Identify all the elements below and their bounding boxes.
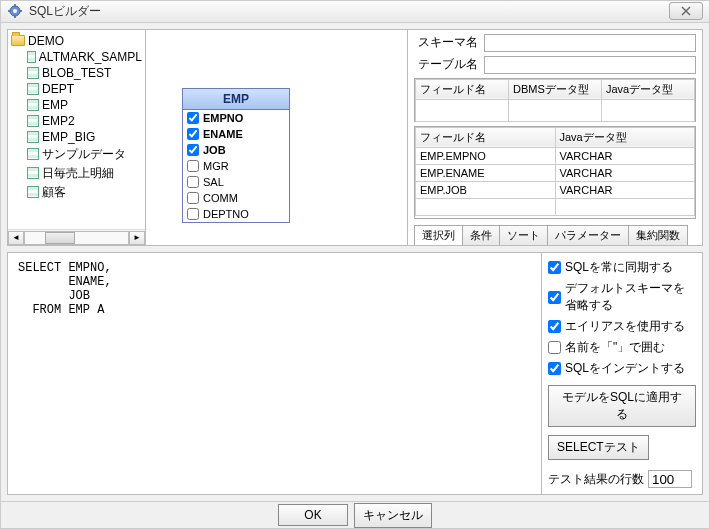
table-icon	[27, 51, 36, 63]
scroll-right-button[interactable]: ►	[129, 231, 145, 245]
properties-pane: スキーマ名 テーブル名 フィールド名 DBMSデータ型 Javaデータ型	[408, 30, 702, 245]
tab-conditions[interactable]: 条件	[462, 225, 500, 245]
tree-item[interactable]: EMP_BIG	[11, 129, 142, 145]
selected-fields-grid[interactable]: フィールド名 Javaデータ型 EMP.EMPNOVARCHAR EMP.ENA…	[414, 126, 696, 219]
grid-cell[interactable]	[602, 99, 695, 121]
entity-column[interactable]: MGR	[183, 158, 289, 174]
column-checkbox[interactable]	[187, 112, 199, 124]
table-row: EMP.EMPNOVARCHAR	[416, 147, 695, 164]
grid1-header[interactable]: DBMSデータ型	[509, 79, 602, 99]
ok-button[interactable]: OK	[278, 504, 348, 526]
entity-column[interactable]: SAL	[183, 174, 289, 190]
grid-cell[interactable]: EMP.JOB	[416, 181, 556, 198]
cancel-button[interactable]: キャンセル	[354, 503, 432, 528]
tree-item[interactable]: ALTMARK_SAMPL	[11, 49, 142, 65]
entity-header[interactable]: EMP	[183, 89, 289, 110]
entity-column[interactable]: ENAME	[183, 126, 289, 142]
column-checkbox[interactable]	[187, 144, 199, 156]
scroll-left-button[interactable]: ◄	[8, 231, 24, 245]
svg-point-1	[13, 9, 17, 13]
column-name: EMPNO	[203, 112, 243, 124]
scroll-track[interactable]	[24, 231, 129, 245]
table-row	[416, 198, 695, 215]
checkbox-label: エイリアスを使用する	[565, 318, 685, 335]
entity-column[interactable]: DEPTNO	[183, 206, 289, 222]
tree-item-label: 日毎売上明細	[42, 165, 114, 182]
grid-cell[interactable]: VARCHAR	[555, 147, 695, 164]
entity-column[interactable]: JOB	[183, 142, 289, 158]
tab-sort[interactable]: ソート	[499, 225, 548, 245]
checkbox-label: SQLをインデントする	[565, 360, 685, 377]
table-input[interactable]	[484, 56, 696, 74]
grid2-header[interactable]: フィールド名	[416, 127, 556, 147]
column-name: DEPTNO	[203, 208, 249, 220]
footer: OK キャンセル	[1, 501, 709, 528]
tree-item[interactable]: 顧客	[11, 183, 142, 202]
grid2-header[interactable]: Javaデータ型	[555, 127, 695, 147]
tree-scrollbar: ◄ ►	[8, 229, 145, 245]
column-name: JOB	[203, 144, 226, 156]
tree-item[interactable]: サンプルデータ	[11, 145, 142, 164]
window-title: SQLビルダー	[29, 3, 669, 20]
grid-cell[interactable]: EMP.ENAME	[416, 164, 556, 181]
column-checkbox[interactable]	[187, 208, 199, 220]
column-name: COMM	[203, 192, 238, 204]
checkbox[interactable]	[548, 341, 561, 354]
column-name: SAL	[203, 176, 224, 188]
tab-aggregate[interactable]: 集約関数	[628, 225, 688, 245]
grid-cell[interactable]	[416, 99, 509, 121]
tab-parameters[interactable]: パラメーター	[547, 225, 629, 245]
tree-item[interactable]: BLOB_TEST	[11, 65, 142, 81]
table-icon	[27, 167, 39, 179]
grid1-header[interactable]: フィールド名	[416, 79, 509, 99]
column-checkbox[interactable]	[187, 176, 199, 188]
table-icon	[27, 67, 39, 79]
titlebar: SQLビルダー	[1, 1, 709, 23]
checkbox[interactable]	[548, 291, 561, 304]
tree-item[interactable]: 日毎売上明細	[11, 164, 142, 183]
select-test-button[interactable]: SELECTテスト	[548, 435, 649, 460]
chk-use-alias[interactable]: エイリアスを使用する	[548, 318, 696, 335]
checkbox[interactable]	[548, 362, 561, 375]
grid-cell[interactable]	[509, 99, 602, 121]
gear-icon	[7, 3, 23, 19]
checkbox[interactable]	[548, 261, 561, 274]
tab-strip: 選択列 条件 ソート パラメーター 集約関数	[414, 223, 696, 245]
apply-model-button[interactable]: モデルをSQLに適用する	[548, 385, 696, 427]
column-checkbox[interactable]	[187, 128, 199, 140]
sql-text[interactable]: SELECT EMPNO, ENAME, JOB FROM EMP A	[8, 253, 542, 494]
entity-emp[interactable]: EMP EMPNO ENAME JOB MGR SAL COMM DEPTNO	[182, 88, 290, 223]
tree-item[interactable]: DEPT	[11, 81, 142, 97]
tree-item[interactable]: EMP2	[11, 113, 142, 129]
field-type-grid[interactable]: フィールド名 DBMSデータ型 Javaデータ型	[414, 78, 696, 122]
chk-quote-names[interactable]: 名前を「"」で囲む	[548, 339, 696, 356]
tree-body: DEMO ALTMARK_SAMPL BLOB_TEST DEPT EMP EM…	[8, 30, 145, 229]
tree-item-label: サンプルデータ	[42, 146, 126, 163]
chk-omit-schema[interactable]: デフォルトスキーマを省略する	[548, 280, 696, 314]
tree-item[interactable]: EMP	[11, 97, 142, 113]
result-label: テスト結果の行数	[548, 471, 644, 488]
grid-cell[interactable]: VARCHAR	[555, 181, 695, 198]
scroll-thumb[interactable]	[45, 232, 75, 244]
grid-cell[interactable]	[555, 198, 695, 215]
chk-indent-sql[interactable]: SQLをインデントする	[548, 360, 696, 377]
chk-sync-sql[interactable]: SQLを常に同期する	[548, 259, 696, 276]
checkbox[interactable]	[548, 320, 561, 333]
column-checkbox[interactable]	[187, 160, 199, 172]
result-count-input[interactable]	[648, 470, 692, 488]
close-button[interactable]	[669, 2, 703, 20]
tree-pane: DEMO ALTMARK_SAMPL BLOB_TEST DEPT EMP EM…	[8, 30, 146, 245]
column-checkbox[interactable]	[187, 192, 199, 204]
grid-cell[interactable]: EMP.EMPNO	[416, 147, 556, 164]
grid-cell[interactable]: VARCHAR	[555, 164, 695, 181]
entity-column[interactable]: COMM	[183, 190, 289, 206]
tab-select-columns[interactable]: 選択列	[414, 225, 463, 245]
grid-cell[interactable]	[416, 198, 556, 215]
table-icon	[27, 131, 39, 143]
result-row: テスト結果の行数	[548, 470, 696, 488]
grid1-header[interactable]: Javaデータ型	[602, 79, 695, 99]
tree-root-node[interactable]: DEMO	[11, 33, 142, 49]
entity-column[interactable]: EMPNO	[183, 110, 289, 126]
diagram-canvas[interactable]: EMP EMPNO ENAME JOB MGR SAL COMM DEPTNO	[146, 30, 408, 245]
schema-input[interactable]	[484, 34, 696, 52]
